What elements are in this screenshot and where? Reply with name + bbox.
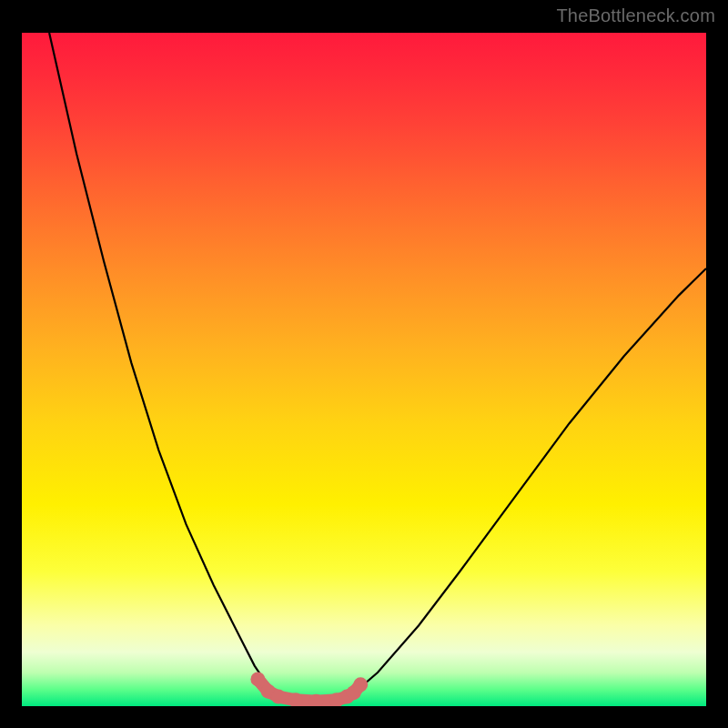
bottom-marker-dot xyxy=(250,672,265,686)
bottleneck-curve xyxy=(22,33,706,706)
watermark-text: TheBottleneck.com xyxy=(556,5,715,26)
bottom-marker-dot xyxy=(353,677,368,692)
bottom-marker-group xyxy=(250,672,368,706)
chart-frame: TheBottleneck.com xyxy=(0,0,728,728)
plot-area xyxy=(22,33,706,706)
curve-path xyxy=(49,33,706,703)
bottom-marker-dot xyxy=(271,690,286,704)
